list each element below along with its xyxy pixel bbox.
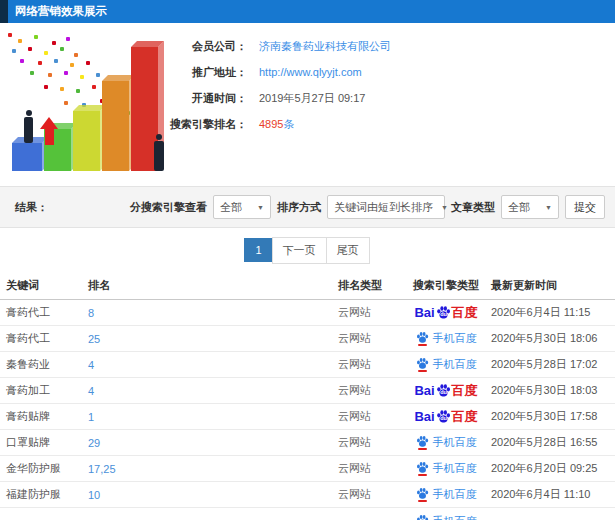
filter-bar: 结果： 分搜索引擎查看 全部 ▼ 排序方式 关键词由短到长排序 ▼ 文章类型 全… [0,186,615,228]
baidu-logo-du: du [439,389,447,395]
bar-chart-illustration [2,29,174,179]
rank-type-cell: 云网站 [338,357,401,372]
table-row: 秦鲁药业4云网站手机百度2020年5月28日 17:02 [0,352,615,378]
keyword-cell: 秦鲁药业 [6,357,88,372]
info-row-rank-count: 搜索引擎排名： 4895条 [155,111,391,137]
mobile-baidu-label: 手机百度 [433,487,477,502]
rank-cell: 25 [88,333,338,345]
rank-cell: 4 [88,359,338,371]
baidu-paw-icon [416,435,429,448]
mobile-baidu-icon [416,461,429,476]
rank-link[interactable]: 29 [88,437,100,449]
mobile-baidu: 手机百度 [416,514,477,520]
sort-filter-label: 排序方式 [277,200,321,215]
mobile-baidu-label: 手机百度 [433,357,477,372]
baidu-logo-latin: Bai [414,384,434,397]
header-engine-type: 搜索引擎类型 [401,278,491,293]
mobile-baidu: 手机百度 [416,331,477,346]
rank-type-cell: 云网站 [338,383,401,398]
illustration-bar [12,143,42,171]
open-time-value: 2019年5月27日 09:17 [247,91,365,106]
rank-cell: 17,25 [88,463,338,475]
baidu-paw: du [436,409,451,424]
rank-count-label: 搜索引擎排名： [155,117,247,132]
rank-link[interactable]: 1 [88,411,94,423]
mobile-baidu: 手机百度 [416,357,477,372]
update-time-cell: 2020年6月20日 09:25 [491,461,615,476]
header-rank-type: 排名类型 [338,278,401,293]
rank-type-cell: 云网站 [338,487,401,502]
rank-link[interactable]: 25 [88,333,100,345]
next-page-button[interactable]: 下一页 [272,237,327,264]
last-page-button[interactable]: 尾页 [326,237,370,264]
update-time-cell: 2020年5月28日 16:55 [491,435,615,450]
mobile-baidu-icon [416,357,429,372]
illustration-bar [102,81,129,171]
baidu-paw: du [436,383,451,398]
baidu-logo-cn: 百度 [452,410,478,423]
rank-link[interactable]: 10 [88,489,100,501]
rank-count-unit: 条 [283,118,294,130]
engine-cell-mobile-baidu: 手机百度 [401,331,491,346]
table-row: 福建防护服10云网站手机百度2020年6月4日 11:10 [0,482,615,508]
red-arrow-icon [40,117,58,129]
header-update-time: 最新更新时间 [491,278,615,293]
article-type-select-value: 全部 [508,200,530,215]
mobile-baidu-underline [418,474,427,476]
engine-select[interactable]: 全部 ▼ [213,195,271,219]
baidu-logo: Baidu百度 [414,305,477,320]
mobile-baidu-underline [418,500,427,502]
submit-button[interactable]: 提交 [565,195,605,219]
rank-link[interactable]: 4 [88,359,94,371]
baidu-paw-icon [416,487,429,500]
table-row: 手机百度 [0,508,615,520]
info-section: 会员公司： 济南秦鲁药业科技有限公司 推广地址： http://www.qlyy… [0,23,615,186]
rank-type-cell: 云网站 [338,435,401,450]
engine-filter-label: 分搜索引擎查看 [130,200,207,215]
article-type-select[interactable]: 全部 ▼ [501,195,559,219]
rank-type-cell: 云网站 [338,331,401,346]
update-time-cell: 2020年6月4日 11:15 [491,305,615,320]
keyword-cell: 膏药代工 [6,331,88,346]
info-row-open-time: 开通时间： 2019年5月27日 09:17 [155,85,391,111]
company-name-link[interactable]: 济南秦鲁药业科技有限公司 [247,39,391,54]
baidu-logo-latin: Bai [414,306,434,319]
title-bar: 网络营销效果展示 [0,0,615,23]
sort-select[interactable]: 关键词由短到长排序 ▼ [327,195,445,219]
article-type-label: 文章类型 [451,200,495,215]
mobile-baidu-icon [416,514,429,520]
keyword-cell: 金华防护服 [6,461,88,476]
engine-cell-baidu: Baidu百度 [401,305,491,320]
mobile-baidu-underline [418,448,427,450]
table-body: 膏药代工8云网站Baidu百度2020年6月4日 11:15膏药代工25云网站手… [0,300,615,520]
businessman-figure [154,141,164,171]
chevron-down-icon: ▼ [537,204,552,211]
promo-url-link[interactable]: http://www.qlyyjt.com [247,66,362,78]
header-keyword: 关键词 [6,278,88,293]
baidu-paw-icon [416,331,429,344]
engine-cell-baidu: Baidu百度 [401,383,491,398]
rank-count-number: 4895 [259,118,283,130]
rank-type-cell: 云网站 [338,305,401,320]
rank-link[interactable]: 4 [88,385,94,397]
baidu-logo: Baidu百度 [414,409,477,424]
page-number-current[interactable]: 1 [244,238,272,262]
table-row: 膏药加工4云网站Baidu百度2020年5月30日 18:03 [0,378,615,404]
baidu-paw-icon [416,514,429,520]
info-row-url: 推广地址： http://www.qlyyjt.com [155,59,391,85]
page: 网络营销效果展示 会员公司： 济南秦鲁药业科技有限公司 推广地址： http:/… [0,0,615,520]
rank-cell: 4 [88,385,338,397]
url-label: 推广地址： [155,65,247,80]
table-row: 膏药代工25云网站手机百度2020年5月30日 18:06 [0,326,615,352]
open-time-label: 开通时间： [155,91,247,106]
table-row: 口罩贴牌29云网站手机百度2020年5月28日 16:55 [0,430,615,456]
engine-cell-baidu: Baidu百度 [401,409,491,424]
keyword-cell: 膏药贴牌 [6,409,88,424]
rank-cell: 29 [88,437,338,449]
rank-link[interactable]: 8 [88,307,94,319]
rank-link[interactable]: 17,25 [88,463,116,475]
baidu-logo-cn: 百度 [452,306,478,319]
keyword-cell: 膏药代工 [6,305,88,320]
mobile-baidu-icon [416,487,429,502]
rank-type-cell: 云网站 [338,461,401,476]
